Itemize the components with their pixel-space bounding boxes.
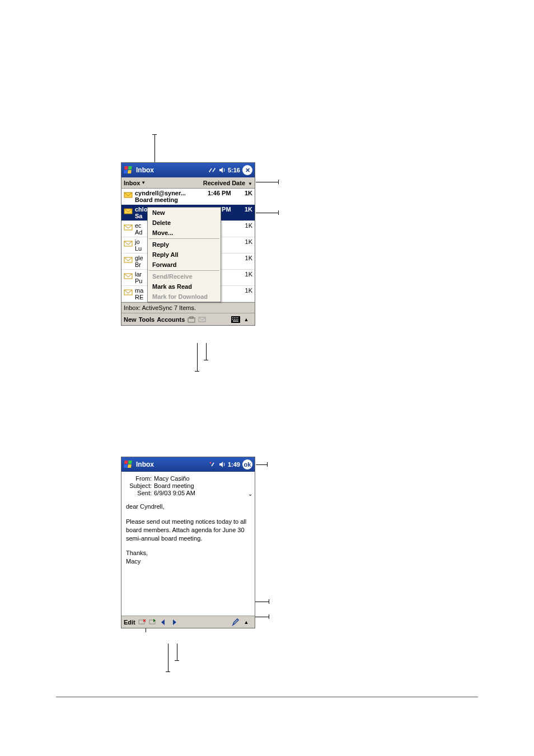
mail-icon <box>124 271 133 280</box>
next-message-icon[interactable] <box>170 618 179 627</box>
mail-icon <box>124 255 133 264</box>
sort-label: Received Date <box>203 180 245 186</box>
svg-rect-26 <box>124 464 128 468</box>
app-title: Inbox <box>136 461 208 468</box>
svg-rect-15 <box>232 317 233 318</box>
reply-icon[interactable] <box>148 618 157 627</box>
body-paragraph: Please send out meeting notices today to… <box>126 518 250 543</box>
connection-icon[interactable] <box>208 166 217 175</box>
context-menu: NewDeleteMove...ReplyReply AllForwardSen… <box>147 207 221 302</box>
menu-item-mark-for-download: Mark for Download <box>148 292 221 302</box>
folder-dropdown[interactable]: Inbox ▼ <box>124 180 203 186</box>
menu-item-new[interactable]: New <box>148 208 221 218</box>
title-bar: Inbox 1:49 ok <box>121 457 255 472</box>
menu-item-reply[interactable]: Reply <box>148 240 221 250</box>
menu-edit[interactable]: Edit <box>124 619 135 626</box>
message-size: 1K <box>239 190 252 196</box>
mail-icon <box>124 223 133 232</box>
speaker-icon[interactable] <box>218 460 227 469</box>
from-value: Macy Casiño <box>154 475 190 482</box>
keyboard-icon[interactable] <box>231 315 240 324</box>
ok-button[interactable]: ok <box>242 459 252 469</box>
sort-dropdown[interactable]: Received Date ▼ <box>203 180 252 186</box>
menu-tools[interactable]: Tools <box>139 316 155 323</box>
callout-line <box>197 343 198 371</box>
bottom-toolbar: Edit ▲ <box>121 616 255 628</box>
svg-rect-2 <box>124 170 128 173</box>
message-read-screen: Inbox 1:49 ok From:Macy Casiño Subject:B… <box>121 457 255 628</box>
message-size: 1K <box>239 271 252 278</box>
svg-rect-27 <box>128 464 132 468</box>
menu-item-mark-as-read[interactable]: Mark as Read <box>148 281 221 292</box>
svg-rect-25 <box>128 461 132 464</box>
inbox-list-screen: Inbox 5:16 ✕ Inbox ▼ Received Date ▼ cyn… <box>121 162 255 326</box>
up-arrow-icon[interactable]: ▲ <box>242 315 251 324</box>
menu-item-delete[interactable]: Delete <box>148 218 221 228</box>
message-subject: Board meeting <box>135 196 208 203</box>
mail-icon <box>124 206 133 215</box>
windows-flag-icon[interactable] <box>124 459 134 469</box>
callout-tick <box>269 614 269 619</box>
bottom-toolbar: New Tools Accounts ▲ <box>121 313 255 325</box>
message-sender: cyndrell@syner... <box>135 190 208 196</box>
folder-icon[interactable] <box>187 315 196 324</box>
sent-value: 6/9/03 9:05 AM <box>154 490 195 496</box>
windows-flag-icon[interactable] <box>124 165 134 175</box>
svg-rect-16 <box>234 317 235 318</box>
callout-line <box>177 644 177 660</box>
message-body: dear Cyndrell, Please send out meeting n… <box>121 498 255 616</box>
clock-time[interactable]: 1:49 <box>228 461 240 468</box>
callout-tick <box>195 371 199 372</box>
callout-line <box>256 213 278 213</box>
menu-item-forward[interactable]: Forward <box>148 260 221 270</box>
close-button[interactable]: ✕ <box>242 165 252 175</box>
menu-accounts[interactable]: Accounts <box>157 316 185 323</box>
message-size: 1K <box>239 238 252 245</box>
delete-icon[interactable] <box>138 618 147 627</box>
sent-label: Sent: <box>126 490 152 496</box>
list-subheader: Inbox ▼ Received Date ▼ <box>121 177 255 189</box>
svg-rect-3 <box>128 170 132 173</box>
callout-line <box>206 343 207 360</box>
expand-header-icon[interactable]: ⌄ <box>248 491 252 497</box>
send-receive-icon[interactable] <box>198 315 207 324</box>
svg-rect-18 <box>237 317 238 318</box>
svg-rect-23 <box>233 321 238 322</box>
page-divider <box>56 697 478 697</box>
speaker-icon[interactable] <box>218 166 227 175</box>
svg-rect-20 <box>234 319 235 320</box>
svg-rect-17 <box>236 317 237 318</box>
svg-rect-1 <box>128 166 132 170</box>
menu-new[interactable]: New <box>124 316 137 323</box>
pen-icon[interactable] <box>231 618 240 627</box>
callout-tick <box>152 134 157 135</box>
message-row[interactable]: cyndrell@syner...Board meeting1:46 PM1K <box>121 189 255 205</box>
mail-icon <box>124 288 133 297</box>
menu-item-move[interactable]: Move... <box>148 228 221 238</box>
callout-tick <box>204 360 208 360</box>
connection-off-icon[interactable] <box>208 460 217 469</box>
status-bar: Inbox: ActiveSync 7 Items. <box>121 302 255 313</box>
up-arrow-icon[interactable]: ▲ <box>242 618 251 627</box>
callout-tick <box>166 672 170 672</box>
svg-rect-0 <box>124 166 128 170</box>
message-size: 1K <box>239 255 252 261</box>
prev-message-icon[interactable] <box>159 618 168 627</box>
subject-value: Board meeting <box>154 482 194 489</box>
mail-icon <box>124 239 133 248</box>
svg-rect-21 <box>236 319 237 320</box>
callout-tick <box>278 210 279 215</box>
chevron-down-icon: ▼ <box>141 180 146 185</box>
menu-item-reply-all[interactable]: Reply All <box>148 250 221 260</box>
message-header: From:Macy Casiño Subject:Board meeting S… <box>121 472 255 498</box>
svg-rect-22 <box>237 319 238 320</box>
subject-label: Subject: <box>126 482 152 489</box>
callout-line <box>168 644 168 672</box>
menu-item-send-receive: Send/Receive <box>148 271 221 281</box>
folder-name: Inbox <box>124 180 140 186</box>
callout-tick <box>267 462 268 467</box>
from-label: From: <box>126 475 152 482</box>
message-size: 1K <box>239 206 252 213</box>
clock-time[interactable]: 5:16 <box>228 167 240 173</box>
chevron-down-icon: ▼ <box>248 181 252 186</box>
